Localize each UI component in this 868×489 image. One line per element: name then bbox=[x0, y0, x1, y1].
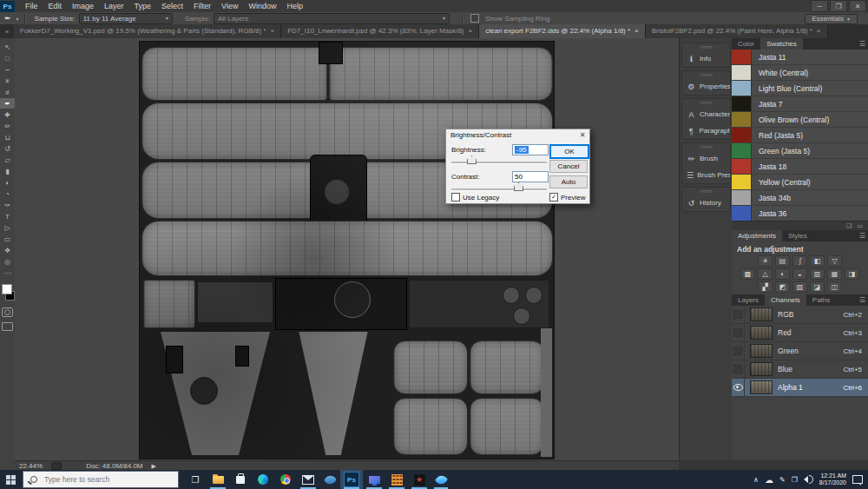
tab-styles[interactable]: Styles bbox=[782, 230, 813, 241]
document-image[interactable] bbox=[139, 41, 555, 459]
pen-tool[interactable]: ✑ bbox=[0, 200, 15, 210]
gradient-tool[interactable]: ▮ bbox=[0, 166, 15, 176]
panel-brush[interactable]: ✏ Brush bbox=[682, 150, 730, 167]
posterize-icon[interactable]: ▞ bbox=[758, 281, 773, 293]
taskbar-clock[interactable]: 12:21 AM 8/17/2020 bbox=[819, 472, 846, 486]
quick-mask-button[interactable] bbox=[2, 307, 13, 317]
visibility-toggle[interactable] bbox=[732, 324, 745, 341]
tab-bristolf2bf2[interactable]: BristolF2BF2.psd @ 22.4% (Paint Here, Al… bbox=[646, 24, 828, 38]
photo-filter-icon[interactable]: ◒ bbox=[792, 268, 807, 280]
brightness-slider[interactable] bbox=[451, 162, 547, 164]
swatch-green-jasta-5[interactable]: Green (Jasta 5) bbox=[732, 143, 868, 159]
tray-chevron-up-icon[interactable]: ∧ bbox=[753, 476, 759, 484]
start-button[interactable] bbox=[0, 470, 21, 489]
swatch-red-jasta-5[interactable]: Red (Jasta 5) bbox=[732, 128, 868, 143]
panel-menu-icon[interactable]: ☰ bbox=[859, 40, 865, 48]
task-view-button[interactable]: ❐ bbox=[184, 470, 207, 489]
invert-icon[interactable]: ◨ bbox=[845, 268, 859, 280]
channel-mixer-icon[interactable]: ▥ bbox=[810, 268, 825, 280]
menu-view[interactable]: View bbox=[216, 2, 243, 10]
gradient-map-icon[interactable]: ▨ bbox=[792, 281, 807, 293]
tab-channels[interactable]: Channels bbox=[765, 294, 806, 306]
onedrive-cloud-icon[interactable]: ☁ bbox=[765, 475, 773, 485]
swatch-light-blue-central[interactable]: Light Blue (Central) bbox=[732, 81, 868, 96]
visibility-toggle[interactable] bbox=[732, 306, 745, 323]
swatch-yellow-central[interactable]: Yellow (Central) bbox=[732, 175, 868, 190]
panel-menu-icon[interactable]: ☰ bbox=[859, 296, 865, 304]
shadows-highlights-icon[interactable]: ◫ bbox=[827, 281, 842, 293]
contrast-slider[interactable] bbox=[451, 188, 547, 191]
status-arrow-icon[interactable]: ▶ bbox=[152, 463, 156, 470]
tab-color[interactable]: Color bbox=[732, 38, 760, 50]
contrast-slider-thumb[interactable] bbox=[514, 182, 523, 191]
curves-icon[interactable]: ∫ bbox=[792, 255, 807, 267]
tab-fd7-lnwenhardt[interactable]: FD7_I10_Lnwenhardt.psd @ 42.3% (83%, Lay… bbox=[281, 24, 479, 38]
close-icon[interactable]: × bbox=[271, 24, 275, 38]
taskbar-search[interactable] bbox=[23, 471, 179, 488]
menu-file[interactable]: File bbox=[20, 2, 43, 10]
menu-edit[interactable]: Edit bbox=[43, 2, 68, 10]
threshold-icon[interactable]: ◩ bbox=[775, 281, 790, 293]
path-selection-tool[interactable]: ▷ bbox=[0, 222, 15, 233]
app-swoosh2-button[interactable] bbox=[431, 470, 451, 489]
tab-clean-export-f2bf2[interactable]: clean export F2BF2.dds @ 22.4% (Alpha 1/… bbox=[479, 24, 646, 38]
tab-swatches[interactable]: Swatches bbox=[760, 38, 803, 50]
channel-green[interactable]: Green Ctrl+4 bbox=[732, 342, 868, 360]
game-grid-button[interactable] bbox=[385, 470, 408, 489]
pen-icon[interactable]: ✎ bbox=[779, 476, 786, 484]
close-icon[interactable]: × bbox=[469, 24, 473, 38]
panel-character[interactable]: A Character bbox=[682, 106, 730, 122]
hand-tool[interactable]: ❖ bbox=[0, 245, 15, 255]
visibility-toggle[interactable] bbox=[732, 360, 745, 378]
lasso-tool[interactable]: ∽ bbox=[0, 64, 15, 75]
auto-button[interactable]: Auto bbox=[549, 175, 588, 188]
store-button[interactable] bbox=[229, 470, 252, 489]
panel-brush-presets[interactable]: ☰ Brush Prese... bbox=[682, 167, 730, 183]
ok-button[interactable]: OK bbox=[549, 144, 589, 159]
tab-overflow-icon[interactable]: « bbox=[0, 24, 14, 38]
foreground-background-colors[interactable] bbox=[0, 283, 15, 302]
sample-size-dropdown[interactable]: 11 by 11 Average ▾ bbox=[79, 13, 173, 24]
levels-icon[interactable]: ▤ bbox=[775, 255, 790, 267]
swatch-jasta-7[interactable]: Jasta 7 bbox=[732, 96, 868, 112]
edge-button[interactable] bbox=[252, 470, 274, 489]
channel-blue[interactable]: Blue Ctrl+5 bbox=[732, 360, 868, 379]
swatch-jasta-11[interactable]: Jasta 11 bbox=[732, 50, 868, 65]
panel-properties[interactable]: ⚙ Properties bbox=[682, 78, 730, 95]
sample-dropdown[interactable]: All Layers ▾ bbox=[214, 13, 450, 24]
menu-layer[interactable]: Layer bbox=[99, 2, 129, 10]
hue-saturation-icon[interactable]: ▩ bbox=[740, 268, 755, 280]
delete-swatch-icon[interactable]: ▭ bbox=[857, 222, 863, 229]
panel-paragraph[interactable]: ¶ Paragraph bbox=[682, 122, 730, 139]
exposure-icon[interactable]: ◧ bbox=[810, 255, 825, 267]
menu-help[interactable]: Help bbox=[281, 2, 308, 10]
brightness-slider-thumb[interactable] bbox=[467, 155, 477, 164]
menu-type[interactable]: Type bbox=[129, 2, 157, 10]
swatch-white-central[interactable]: White (Central) bbox=[732, 65, 868, 81]
eraser-tool[interactable]: ▱ bbox=[0, 155, 15, 165]
color-lookup-icon[interactable]: ▦ bbox=[827, 268, 842, 280]
dodge-tool[interactable]: ◔ bbox=[0, 188, 15, 199]
tab-adjustments[interactable]: Adjustments bbox=[732, 230, 782, 241]
panel-history[interactable]: ↺ History bbox=[682, 195, 730, 211]
photoshop-taskbar-button[interactable]: Ps bbox=[340, 470, 363, 489]
selective-color-icon[interactable]: ◪ bbox=[810, 281, 825, 293]
canvas-area[interactable] bbox=[15, 38, 679, 460]
color-balance-icon[interactable]: △ bbox=[758, 268, 773, 280]
type-tool[interactable]: T bbox=[0, 211, 15, 221]
file-explorer-button[interactable] bbox=[207, 470, 229, 489]
panel-menu-icon[interactable]: ☰ bbox=[859, 232, 865, 240]
brightness-field[interactable]: -95 bbox=[512, 144, 549, 155]
remote-desktop-button[interactable] bbox=[363, 470, 385, 489]
vibrance-icon[interactable]: ▽ bbox=[827, 255, 842, 267]
channel-rgb[interactable]: RGB Ctrl+2 bbox=[732, 306, 868, 324]
chrome-button[interactable] bbox=[274, 470, 297, 489]
cancel-button[interactable]: Cancel bbox=[549, 160, 588, 173]
zoom-level[interactable]: 22.44% bbox=[19, 462, 43, 470]
quick-selection-tool[interactable]: ✳ bbox=[0, 76, 15, 86]
volume-icon[interactable] bbox=[804, 475, 813, 484]
tab-paths[interactable]: Paths bbox=[806, 294, 836, 306]
new-swatch-icon[interactable]: ❏ bbox=[846, 222, 852, 229]
app-swoosh-button[interactable] bbox=[319, 470, 340, 489]
preview-checkbox[interactable]: ✓ Preview bbox=[549, 193, 585, 202]
